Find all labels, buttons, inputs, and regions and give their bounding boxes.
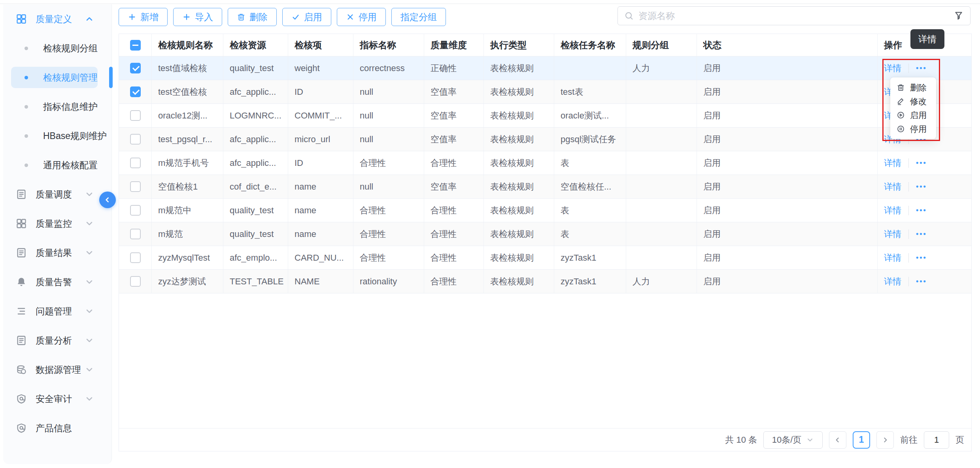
detail-link[interactable]: 详情 — [884, 62, 901, 74]
table-row[interactable]: zyz达梦测试TEST_TABLENAMErationality合理性表检核规则… — [119, 270, 971, 293]
chevron-left-icon — [834, 436, 842, 444]
table-row[interactable]: 空值检核1cof_dict_e...namenull空值率表检核规则空值检核任.… — [119, 175, 971, 199]
chevron-up-icon — [85, 14, 94, 24]
sidebar-item-8[interactable]: 安全审计 — [3, 384, 111, 413]
page-number-button[interactable]: 1 — [853, 431, 870, 449]
sidebar-item-inner: 问题管理 — [11, 301, 96, 322]
enable-button[interactable]: 启用 — [282, 8, 331, 26]
row-checkbox[interactable] — [130, 276, 141, 287]
sidebar: 质量定义检核规则分组检核规则管理指标信息维护HBase规则维护通用检核配置质量调… — [3, 4, 112, 464]
table-cell: afc_applic... — [223, 128, 288, 151]
row-checkbox[interactable] — [130, 110, 141, 121]
assign-group-button[interactable]: 指定分组 — [391, 8, 446, 26]
sidebar-subitem-3[interactable]: HBase规则维护 — [3, 121, 111, 150]
table-cell: 合理性 — [353, 222, 424, 246]
search-input[interactable] — [638, 11, 954, 21]
ellipsis-icon[interactable]: ••• — [916, 206, 927, 214]
sidebar-subitem-2[interactable]: 指标信息维护 — [3, 92, 111, 121]
row-checkbox[interactable] — [130, 252, 141, 263]
button-label: 停用 — [359, 11, 377, 23]
sidebar-item-0[interactable]: 质量定义 — [3, 4, 111, 34]
table-row[interactable]: test_pgsql_r...afc_applic...micro_urlnul… — [119, 128, 971, 151]
sidebar-item-9[interactable]: 产品信息 — [3, 413, 111, 443]
menu-enable[interactable]: 启用 — [890, 108, 936, 122]
ellipsis-icon[interactable]: ••• — [916, 182, 927, 191]
table-row[interactable]: m规范quality_testname合理性合理性表检核规则表启用详情••• — [119, 222, 971, 246]
row-checkbox[interactable] — [130, 134, 141, 145]
table-cell: test_pgsql_r... — [152, 128, 223, 151]
sidebar-subitem-inner: HBase规则维护 — [11, 125, 107, 147]
bullet-icon — [25, 105, 28, 109]
menu-item-label: 修改 — [910, 96, 927, 107]
sidebar-item-1[interactable]: 质量调度 — [3, 180, 111, 209]
sidebar-item-7[interactable]: 数据源管理 — [3, 355, 111, 384]
ellipsis-icon[interactable]: ••• — [916, 230, 927, 238]
disable-button[interactable]: 停用 — [337, 8, 386, 26]
add-button[interactable]: 新增 — [119, 8, 168, 26]
ellipsis-icon[interactable]: ••• — [916, 254, 927, 262]
row-checkbox[interactable] — [130, 63, 141, 73]
table-row[interactable]: test值域检核quality_testweightcorrectness正确性… — [119, 56, 971, 80]
ellipsis-icon[interactable]: ••• — [916, 277, 927, 286]
detail-link[interactable]: 详情 — [884, 181, 901, 193]
sidebar-item-4[interactable]: 质量告警 — [3, 267, 111, 297]
detail-link[interactable]: 详情 — [884, 252, 901, 264]
table-row[interactable]: m规范手机号afc_applic...ID合理性合理性表检核规则表启用详情••• — [119, 151, 971, 175]
table-cell — [626, 222, 697, 246]
detail-link[interactable]: 详情 — [884, 228, 901, 240]
pagination: 共 10 条 10条/页 1 前往 页 — [119, 428, 971, 451]
active-indicator-bar — [109, 67, 113, 88]
table-cell: 表检核规则 — [484, 80, 554, 103]
page-size-select[interactable]: 10条/页 — [763, 431, 823, 449]
button-label: 删除 — [249, 11, 268, 23]
detail-link[interactable]: 详情 — [884, 205, 901, 216]
table-cell: 表检核规则 — [484, 246, 554, 269]
table-cell: quality_test — [223, 56, 288, 80]
sidebar-subitem-1[interactable]: 检核规则管理 — [3, 63, 111, 92]
table-cell: 表检核规则 — [484, 151, 554, 175]
table-row[interactable]: zyzMysqlTestafc_emplo...CARD_NU...合理性合理性… — [119, 246, 971, 270]
table-cell: oracle测试... — [554, 104, 626, 127]
sidebar-item-5[interactable]: 问题管理 — [3, 297, 111, 326]
table-cell: 合理性 — [424, 246, 484, 269]
table-row[interactable]: oracle12测...LOGMNRC...COMMIT_...null空值率表… — [119, 104, 971, 128]
menu-edit[interactable]: 修改 — [890, 94, 936, 108]
table-cell: 空值检核1 — [152, 175, 223, 198]
detail-link[interactable]: 详情 — [884, 157, 901, 169]
next-page-button[interactable] — [876, 431, 894, 449]
detail-link[interactable]: 详情 — [884, 276, 901, 288]
funnel-icon[interactable] — [954, 11, 964, 21]
ellipsis-icon[interactable]: ••• — [916, 159, 927, 167]
table-row[interactable]: test空值检核afc_applic...IDnull空值率表检核规则test表… — [119, 80, 971, 104]
goto-page-input[interactable] — [924, 431, 949, 449]
import-button[interactable]: 导入 — [173, 8, 222, 26]
select-all-checkbox[interactable] — [130, 40, 141, 51]
row-checkbox[interactable] — [130, 229, 141, 239]
table-cell: 启用 — [697, 175, 878, 198]
row-checkbox[interactable] — [130, 181, 141, 192]
sidebar-subitem-0[interactable]: 检核规则分组 — [3, 34, 111, 63]
prev-page-button[interactable] — [829, 431, 846, 449]
sidebar-item-3[interactable]: 质量结果 — [3, 238, 111, 267]
sidebar-subitem-inner: 检核规则管理 — [11, 67, 98, 88]
row-checkbox[interactable] — [130, 205, 141, 216]
sidebar-subitem-4[interactable]: 通用检核配置 — [3, 150, 111, 180]
sidebar-item-label: 质量分析 — [36, 335, 72, 347]
table-row[interactable]: m规范中quality_testname合理性合理性表检核规则表启用详情••• — [119, 199, 971, 222]
column-header: 检核任务名称 — [554, 34, 626, 56]
row-actions-cell: 详情••• — [878, 270, 971, 293]
row-checkbox[interactable] — [130, 158, 141, 168]
ellipsis-icon[interactable]: ••• — [916, 64, 927, 72]
delete-button[interactable]: 删除 — [228, 8, 277, 26]
table-cell: afc_emplo... — [223, 246, 288, 269]
document-icon — [16, 189, 27, 200]
search-box[interactable] — [617, 6, 971, 25]
sidebar-item-2[interactable]: 质量监控 — [3, 209, 111, 238]
sidebar-collapse-button[interactable] — [99, 192, 116, 208]
grid-icon — [16, 218, 27, 229]
menu-disable[interactable]: 停用 — [890, 122, 936, 136]
sidebar-subitem-label: HBase规则维护 — [43, 130, 107, 142]
menu-delete[interactable]: 删除 — [890, 81, 936, 94]
row-checkbox[interactable] — [130, 86, 141, 97]
sidebar-item-6[interactable]: 质量分析 — [3, 326, 111, 355]
